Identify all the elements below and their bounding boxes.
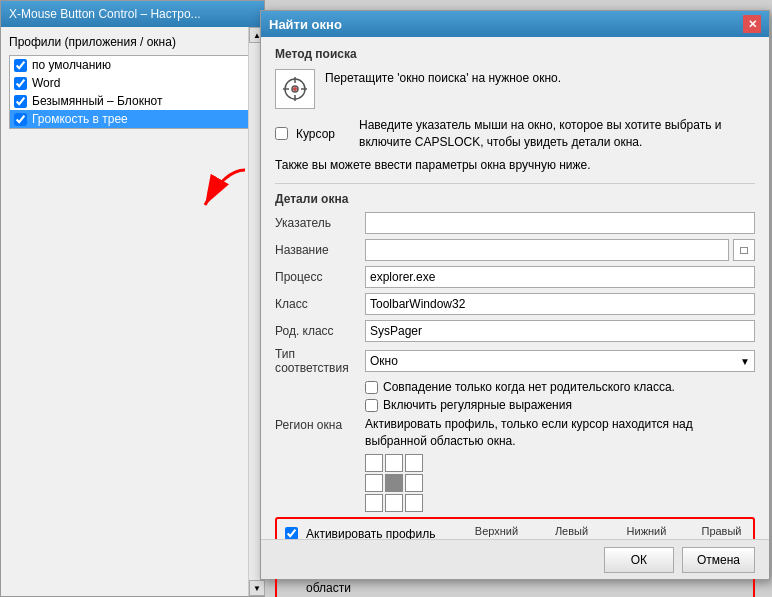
process-label: Процесс <box>275 270 365 284</box>
class-label: Класс <box>275 297 365 311</box>
coord-bottom-label: Нижний <box>614 525 679 537</box>
profile-label-word: Word <box>32 76 60 90</box>
no-parent-checkbox[interactable] <box>365 381 378 394</box>
crosshair-icon[interactable] <box>275 69 315 109</box>
profile-label-notepad: Безымянный – Блокнот <box>32 94 162 108</box>
chevron-down-icon: ▼ <box>740 356 750 367</box>
parent-class-row: Род. класс <box>275 320 755 342</box>
match-type-select[interactable]: Окно ▼ <box>365 350 755 372</box>
profile-label-default: по умолчанию <box>32 58 111 72</box>
svg-point-7 <box>293 87 297 91</box>
main-window: X-Mouse Button Control – Настро... Профи… <box>0 0 265 597</box>
region-cell-9[interactable] <box>405 494 423 512</box>
class-row: Класс <box>275 293 755 315</box>
cancel-button[interactable]: Отмена <box>682 547 755 573</box>
coord-left-label: Левый <box>539 525 604 537</box>
ok-button[interactable]: ОК <box>604 547 674 573</box>
no-parent-row: Совпадение только когда нет родительског… <box>365 380 755 394</box>
region-cell-6[interactable] <box>405 474 423 492</box>
class-input[interactable] <box>365 293 755 315</box>
crosshair-svg <box>281 75 309 103</box>
parent-class-label: Род. класс <box>275 324 365 338</box>
match-type-value: Окно <box>370 354 398 368</box>
profile-checkbox-default[interactable] <box>14 59 27 72</box>
name-browse-btn[interactable]: □ <box>733 239 755 261</box>
name-input[interactable] <box>365 239 729 261</box>
profile-list: по умолчанию Word Безымянный – Блокнот Г… <box>9 55 256 129</box>
process-input[interactable] <box>365 266 755 288</box>
name-row: Название □ <box>275 239 755 261</box>
region-cell-8[interactable] <box>385 494 403 512</box>
region-cell-5[interactable] <box>385 474 403 492</box>
main-title: X-Mouse Button Control – Настро... <box>9 7 201 21</box>
method-section-title: Метод поиска <box>275 47 755 61</box>
match-type-row: Тип соответствия Окно ▼ <box>275 347 755 375</box>
dialog-title: Найти окно <box>269 17 342 32</box>
process-row: Процесс <box>275 266 755 288</box>
cursor-checkbox[interactable] <box>275 127 288 140</box>
profile-label-volume: Громкость в трее <box>32 112 128 126</box>
profile-checkbox-volume[interactable] <box>14 113 27 126</box>
dialog-titlebar: Найти окно ✕ <box>261 11 769 37</box>
profiles-label: Профили (приложения / окна) <box>9 35 256 49</box>
main-titlebar: X-Mouse Button Control – Настро... <box>1 1 264 27</box>
drag-description: Перетащите 'окно поиска' на нужное окно. <box>325 69 755 87</box>
details-section-title: Детали окна <box>275 192 755 206</box>
close-button[interactable]: ✕ <box>743 15 761 33</box>
profile-checkbox-notepad[interactable] <box>14 95 27 108</box>
also-text: Также вы можете ввести параметры окна вр… <box>275 157 755 174</box>
find-window-dialog: Найти окно ✕ Метод поиска Перетащите 'ок… <box>260 10 770 580</box>
region-grid <box>365 454 755 512</box>
region-content: Активировать профиль, только если курсор… <box>365 416 755 512</box>
profile-item-volume[interactable]: Громкость в трее <box>10 110 255 128</box>
dialog-footer: ОК Отмена <box>261 539 769 579</box>
coord-right-label: Правый <box>689 525 754 537</box>
profile-item-notepad[interactable]: Безымянный – Блокнот <box>10 92 255 110</box>
parent-class-input[interactable] <box>365 320 755 342</box>
pointer-row: Указатель <box>275 212 755 234</box>
pointer-label: Указатель <box>275 216 365 230</box>
profile-item-default[interactable]: по умолчанию <box>10 56 255 74</box>
profile-checkbox-word[interactable] <box>14 77 27 90</box>
regex-label: Включить регулярные выражения <box>383 398 572 412</box>
regex-checkbox[interactable] <box>365 399 378 412</box>
region-cell-7[interactable] <box>365 494 383 512</box>
region-cell-3[interactable] <box>405 454 423 472</box>
region-row: Регион окна Активировать профиль, только… <box>275 416 755 512</box>
region-description: Активировать профиль, только если курсор… <box>365 416 755 450</box>
region-label: Регион окна <box>275 418 365 432</box>
cursor-row: Курсор Наведите указатель мыши на окно, … <box>275 117 755 151</box>
match-type-label: Тип соответствия <box>275 347 365 375</box>
region-cell-1[interactable] <box>365 454 383 472</box>
name-label: Название <box>275 243 365 257</box>
pointer-input[interactable] <box>365 212 755 234</box>
method-row: Перетащите 'окно поиска' на нужное окно. <box>275 69 755 109</box>
cursor-description: Наведите указатель мыши на окно, которое… <box>359 117 755 151</box>
divider-1 <box>275 183 755 184</box>
coord-top-label: Верхний <box>464 525 529 537</box>
regex-row: Включить регулярные выражения <box>365 398 755 412</box>
region-cell-2[interactable] <box>385 454 403 472</box>
region-cell-4[interactable] <box>365 474 383 492</box>
profile-item-word[interactable]: Word <box>10 74 255 92</box>
dialog-body: Метод поиска Перетащите 'окно поиска' на… <box>261 37 769 597</box>
cursor-label: Курсор <box>296 127 351 141</box>
no-parent-label: Совпадение только когда нет родительског… <box>383 380 675 394</box>
